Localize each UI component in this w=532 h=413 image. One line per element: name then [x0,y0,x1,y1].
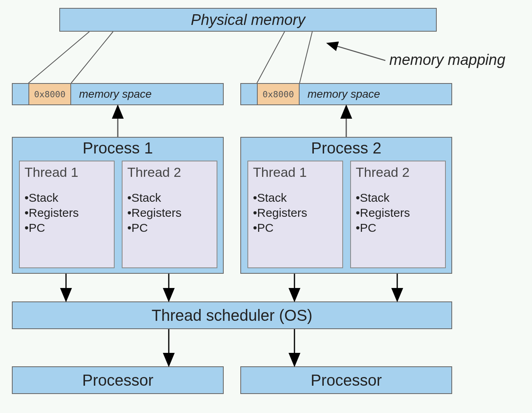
memory-space-label-1: memory space [79,88,152,100]
thread-scheduler-box: Thread scheduler (OS) [12,301,452,329]
process-1-thread-1: Thread 1 •Stack •Registers •PC [19,161,115,268]
p2-t2-item-2: •PC [356,221,440,235]
p1-t2-item-1: •Registers [127,206,212,220]
memory-space-label-2: memory space [308,88,380,100]
addr-1-label: 0x8000 [34,89,65,99]
process-2-box: Process 2 Thread 1 •Stack •Registers •PC… [240,137,452,274]
p2-t1-title: Thread 1 [253,165,338,180]
p2-t2-title: Thread 2 [356,165,440,180]
process-1-thread-2: Thread 2 •Stack •Registers •PC [122,161,217,268]
addr-2-label: 0x8000 [262,89,294,99]
p1-t1-item-0: •Stack [25,191,109,205]
p2-t1-item-1: •Registers [253,206,338,220]
p1-t2-item-0: •Stack [127,191,212,205]
p2-t1-item-0: •Stack [253,191,338,205]
processor-2-box: Processor [240,366,452,394]
svg-line-3 [300,32,312,83]
p2-t1-item-2: •PC [253,221,338,235]
svg-line-2 [257,32,285,83]
physical-memory-label: Physical memory [191,11,305,28]
memory-addr-2: 0x8000 [257,83,300,105]
p1-t1-item-1: •Registers [25,206,109,220]
p2-t2-item-0: •Stack [356,191,440,205]
physical-memory-box: Physical memory [59,8,437,32]
processor-1-box: Processor [12,366,224,394]
processor-1-label: Processor [82,371,153,389]
memory-addr-1: 0x8000 [28,83,71,105]
p1-t2-item-2: •PC [127,221,212,235]
processor-2-label: Processor [311,371,382,389]
p1-t1-title: Thread 1 [25,165,109,180]
process-2-title: Process 2 [241,139,451,157]
svg-line-4 [328,44,385,61]
memory-mapping-annotation: memory mapping [389,51,506,68]
p1-t2-title: Thread 2 [127,165,212,180]
svg-line-0 [28,32,89,83]
process-2-thread-1: Thread 1 •Stack •Registers •PC [247,161,343,268]
scheduler-label: Thread scheduler (OS) [152,307,313,324]
svg-line-1 [71,32,113,83]
process-1-box: Process 1 Thread 1 •Stack •Registers •PC… [12,137,224,274]
process-1-title: Process 1 [13,139,223,157]
process-2-thread-2: Thread 2 •Stack •Registers •PC [350,161,446,268]
p2-t2-item-1: •Registers [356,206,440,220]
p1-t1-item-2: •PC [25,221,109,235]
